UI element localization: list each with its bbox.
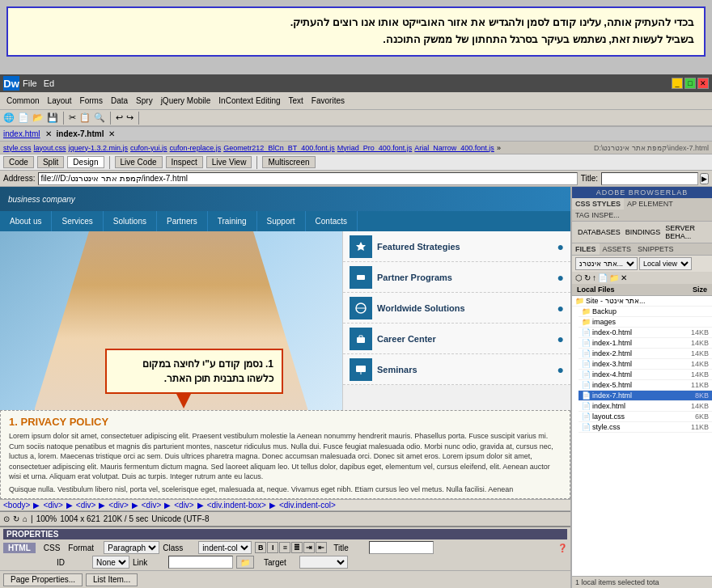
sidebar-item-career[interactable]: Career Center ●: [343, 324, 570, 354]
file-tab-2-close[interactable]: ✕: [108, 129, 115, 138]
bindings-tab[interactable]: BINDINGS: [623, 227, 663, 237]
toolbar-icon-6[interactable]: 📋: [79, 112, 91, 123]
tag-inspect-tab[interactable]: TAG INSPE...: [572, 209, 623, 221]
files-tab[interactable]: FILES: [572, 243, 600, 255]
files-icon-refresh[interactable]: ↻: [584, 273, 591, 282]
toolbar-icon-4[interactable]: 💾: [47, 112, 58, 123]
tree-images[interactable]: 📁 images: [578, 317, 712, 328]
nav-contacts[interactable]: Contacts: [306, 211, 358, 231]
server-behavior-tab[interactable]: SERVER BEHA...: [663, 223, 709, 241]
nav-partners[interactable]: Partners: [157, 211, 208, 231]
title-input[interactable]: [601, 172, 698, 185]
files-icon-connect[interactable]: ⬡: [575, 273, 583, 282]
tag-body[interactable]: <body>: [3, 501, 30, 510]
tag-div1[interactable]: <div>: [43, 501, 62, 510]
design-view-btn[interactable]: Design: [67, 156, 104, 168]
toolbar-icon-9[interactable]: ↪: [126, 112, 134, 123]
files-icon-new[interactable]: 📄: [598, 273, 608, 282]
tree-index5[interactable]: 📄 index-5.html 11KB: [578, 380, 712, 391]
css-tab-myriad[interactable]: Myriad_Pro_400.font.js: [337, 144, 413, 152]
indent-btn[interactable]: ⇥: [303, 542, 315, 553]
css-tab-cufon-rep[interactable]: cufon-replace.js: [170, 144, 222, 152]
code-view-btn[interactable]: Code: [3, 156, 34, 168]
list-item-btn[interactable]: List Item...: [86, 573, 138, 586]
toolbar-icon-3[interactable]: 📂: [32, 112, 44, 123]
tab-forms[interactable]: Forms: [77, 95, 106, 107]
nav-about[interactable]: About us: [0, 211, 52, 231]
status-refresh[interactable]: ↻: [13, 514, 19, 523]
class-select[interactable]: indent-col: [198, 541, 252, 554]
files-icon-delete[interactable]: ✕: [621, 273, 627, 282]
split-view-btn[interactable]: Split: [37, 156, 64, 168]
html-toggle[interactable]: HTML: [3, 543, 36, 553]
tab-data[interactable]: Data: [108, 95, 131, 107]
sidebar-item-partner[interactable]: Partner Programs ●: [343, 262, 570, 293]
file-tab-2[interactable]: index-7.html: [57, 129, 104, 138]
address-go-btn[interactable]: ▶: [700, 173, 709, 184]
css-tab-layout[interactable]: layout.css: [34, 144, 66, 152]
italic-btn[interactable]: I: [267, 542, 278, 553]
tab-text[interactable]: Text: [286, 95, 307, 107]
title-bar-menus[interactable]: File Ed: [23, 78, 54, 88]
toolbar-icon-5[interactable]: ✂: [69, 112, 76, 123]
tab-layout[interactable]: Layout: [44, 95, 75, 107]
status-zoom[interactable]: 100%: [36, 514, 57, 523]
sidebar-item-featured[interactable]: Featured Strategies ●: [343, 231, 570, 262]
nav-training[interactable]: Training: [208, 211, 257, 231]
tab-common[interactable]: Common: [3, 95, 43, 107]
tag-div4[interactable]: <div>: [142, 501, 161, 510]
tag-div5[interactable]: <div>: [174, 501, 193, 510]
nav-support[interactable]: Support: [257, 211, 306, 231]
inspect-btn[interactable]: Inspect: [166, 156, 203, 168]
css-tab-geom[interactable]: Geometr212_BlCn_BT_400.font.js: [223, 144, 335, 152]
sidebar-item-worldwide[interactable]: Worldwide Solutions ●: [343, 293, 570, 324]
link-browse-btn[interactable]: 📁: [236, 556, 254, 569]
tree-backup[interactable]: 📁 Backup: [578, 307, 712, 317]
css-styles-tab[interactable]: CSS STYLES: [572, 198, 624, 209]
tag-div2[interactable]: <div>: [76, 501, 95, 510]
view-selector[interactable]: Local view: [639, 257, 692, 270]
target-select[interactable]: [299, 556, 348, 569]
tree-index3[interactable]: 📄 index-3.html 14KB: [578, 359, 712, 370]
databases-tab[interactable]: DATABASES: [575, 227, 623, 237]
list-ol-btn[interactable]: ≡: [279, 542, 290, 553]
css-toggle[interactable]: CSS: [39, 543, 66, 553]
files-icon-up[interactable]: ↑: [592, 273, 596, 282]
toolbar-icon-1[interactable]: 🌐: [3, 112, 15, 123]
title-props-input[interactable]: [369, 541, 434, 554]
menu-edit[interactable]: Ed: [44, 78, 54, 88]
css-tab-cufon-yui[interactable]: cufon-yui.js: [130, 144, 167, 152]
css-tab-jquery[interactable]: jquery-1.3.2.min.js: [69, 144, 129, 152]
tab-spry[interactable]: Spry: [133, 95, 156, 107]
id-select[interactable]: None: [92, 556, 129, 569]
toolbar-icon-2[interactable]: 📄: [18, 112, 29, 123]
close-button[interactable]: ✕: [697, 78, 709, 89]
files-icon-newfolder[interactable]: 📁: [609, 273, 619, 282]
toolbar-icon-7[interactable]: 🔍: [94, 112, 105, 123]
format-select[interactable]: Paragraph: [104, 541, 159, 554]
menu-file[interactable]: File: [23, 78, 37, 88]
sidebar-item-seminars[interactable]: Seminars ●: [343, 354, 570, 385]
tree-layout-css[interactable]: 📄 layout.css 6KB: [578, 412, 712, 422]
snippets-tab[interactable]: SNIPPETS: [634, 243, 677, 255]
status-home[interactable]: ⌂: [23, 514, 28, 523]
live-view-btn[interactable]: Live View: [206, 156, 252, 168]
tree-index2[interactable]: 📄 index-2.html 14KB: [578, 349, 712, 359]
nav-services[interactable]: Services: [52, 211, 103, 231]
list-ul-btn[interactable]: ≣: [291, 542, 303, 553]
tab-jquery[interactable]: jQuery Mobile: [158, 95, 214, 107]
nav-solutions[interactable]: Solutions: [104, 211, 157, 231]
file-tab-1[interactable]: index.html: [3, 129, 40, 138]
site-selector[interactable]: אתר אינטרנ...: [575, 257, 638, 270]
bold-btn[interactable]: B: [255, 542, 266, 553]
css-tab-style[interactable]: style.css: [3, 144, 32, 152]
tab-favorites[interactable]: Favorites: [308, 95, 348, 107]
tag-div3[interactable]: <div>: [108, 501, 128, 510]
maximize-button[interactable]: □: [684, 78, 696, 89]
tree-style-css[interactable]: 📄 style.css 11KB: [578, 422, 712, 433]
tree-index[interactable]: 📄 index.html 14KB: [578, 401, 712, 412]
page-props-btn[interactable]: Page Properties...: [3, 573, 83, 586]
tree-index4[interactable]: 📄 index-4.html 14KB: [578, 370, 712, 380]
more-tabs[interactable]: »: [497, 144, 501, 152]
tree-index7[interactable]: 📄 index-7.html 8KB: [578, 391, 712, 401]
